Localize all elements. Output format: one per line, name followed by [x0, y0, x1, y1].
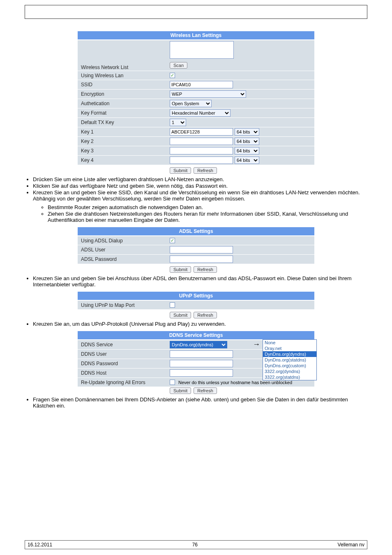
instructions-4: Fragen Sie einen Domänennamen bei Ihrem … [25, 396, 367, 409]
ddns-opt-3322s[interactable]: 3322.org(statdns) [263, 374, 316, 380]
instr3-item1: Kreuzen Sie an, um das UPnP-Protokoll (U… [33, 321, 367, 327]
key1-label: Key 1 [78, 129, 170, 135]
ddns-opt-none[interactable]: None [263, 340, 316, 345]
key3-label: Key 3 [78, 148, 170, 154]
txkey-select[interactable]: 1 [170, 119, 186, 126]
adsl-submit-button[interactable]: Submit [170, 266, 191, 273]
keyformat-select[interactable]: Hexadecimal Number [170, 109, 231, 117]
instr2-item1: Kreuzen Sie an und geben Sie bei Anschlu… [33, 275, 367, 288]
wireless-panel: Wireless Lan Settings Wireless Network L… [78, 31, 314, 165]
key2-label: Key 2 [78, 138, 170, 144]
footer: 16.12.2011 76 Velleman nv [25, 540, 367, 549]
upnp-submit-button[interactable]: Submit [170, 312, 191, 318]
ddns-host-label: DDNS Host [78, 370, 170, 376]
ddns-opt-oray[interactable]: Oray.net [263, 345, 316, 351]
wireless-network-listbox[interactable] [170, 41, 234, 59]
ddns-user-label: DDNS User [78, 351, 170, 357]
footer-page: 76 [192, 542, 198, 548]
encryption-label: Encryption [78, 91, 170, 97]
instructions-1: Drücken Sie um eine Liste aller verfügba… [25, 176, 367, 223]
key3-input[interactable] [170, 147, 233, 154]
upnp-using-checkbox[interactable] [170, 302, 175, 308]
ddns-opt-3322d[interactable]: 3322.org(dyndns) [263, 368, 316, 374]
ssid-input[interactable] [170, 81, 233, 88]
adsl-using-label: Using ADSL Dialup [78, 238, 170, 244]
key1-input[interactable] [170, 128, 233, 136]
arrow-right-icon: → [253, 340, 260, 349]
upnp-title: UPnP Settings [78, 292, 314, 300]
ddns-opt-custom[interactable]: DynDns.org(custom) [263, 363, 316, 368]
instr1-item2: Klicken Sie auf das verfügbare Netz und … [33, 183, 367, 189]
ddns-reupdate-checkbox[interactable] [170, 380, 175, 385]
adsl-user-label: ADSL User [78, 247, 170, 253]
ddns-pass-input[interactable] [170, 360, 233, 367]
upnp-refresh-button[interactable]: Refresh [194, 312, 217, 318]
instructions-2: Kreuzen Sie an und geben Sie bei Anschlu… [25, 275, 367, 288]
keyformat-label: Key Format [78, 110, 170, 116]
footer-date: 16.12.2011 [28, 542, 52, 548]
key2-input[interactable] [170, 138, 233, 145]
instr4-item1: Fragen Sie einen Domänennamen bei Ihrem … [33, 396, 367, 409]
ddns-submit-button[interactable]: Submit [170, 387, 191, 394]
ddns-opt-statdns[interactable]: DynDns.org(statdns) [263, 357, 316, 363]
wireless-network-list-label: Wireless Network List [78, 64, 170, 70]
header-frame [25, 5, 367, 19]
ddns-title: DDNS Service Settings [78, 331, 314, 340]
instr1-item3: Kreuzen Sie an und geben Sie eine SSID, … [33, 189, 367, 223]
key4-input[interactable] [170, 157, 233, 164]
using-wireless-label: Using Wireless Lan [78, 73, 170, 78]
ddns-service-select[interactable]: DynDns.org(dyndns) [170, 341, 227, 348]
adsl-using-checkbox[interactable]: ✓ [170, 238, 175, 243]
encryption-select[interactable]: WEP [170, 90, 246, 98]
auth-label: Authetication [78, 101, 170, 106]
adsl-title: ADSL Settings [78, 227, 314, 236]
instr1-sub1: Bestimmte Router zeigen automatisch die … [48, 204, 367, 210]
footer-company: Velleman nv [338, 542, 364, 548]
key1-bits[interactable]: 64 bits [235, 128, 259, 136]
using-wireless-checkbox[interactable]: ✓ [170, 73, 175, 78]
ddns-reupdate-note: Never do this unless your hostname has b… [178, 380, 292, 385]
ddns-user-input[interactable] [170, 350, 233, 358]
ddns-pass-label: DDNS Password [78, 361, 170, 366]
upnp-panel: UPnP Settings Using UPnP to Map Port [78, 292, 314, 309]
wireless-submit-button[interactable]: Submit [170, 167, 191, 174]
page: Wireless Lan Settings Wireless Network L… [0, 0, 392, 555]
ddns-options-popup[interactable]: None Oray.net DynDns.org(dyndns) DynDns.… [263, 339, 317, 380]
adsl-pass-input[interactable] [170, 256, 233, 263]
adsl-user-input[interactable] [170, 246, 233, 253]
adsl-panel: ADSL Settings Using ADSL Dialup ✓ ADSL U… [78, 227, 314, 264]
instr1-item1: Drücken Sie um eine Liste aller verfügba… [33, 176, 367, 182]
scan-button[interactable]: Scan [170, 62, 187, 69]
instructions-3: Kreuzen Sie an, um das UPnP-Protokoll (U… [8, 321, 367, 327]
ssid-label: SSID [78, 82, 170, 88]
ddns-host-input[interactable] [170, 369, 233, 377]
ddns-service-label: DDNS Service [78, 342, 170, 348]
ddns-reupdate-label: Re-Update Ignoring All Errors [78, 380, 170, 385]
key2-bits[interactable]: 64 bits [235, 138, 259, 145]
adsl-pass-label: ADSL Password [78, 256, 170, 262]
key4-bits[interactable]: 64 bits [235, 157, 259, 164]
txkey-label: Default TX Key [78, 120, 170, 125]
ddns-opt-dyndns[interactable]: DynDns.org(dyndns) [263, 351, 316, 357]
wireless-refresh-button[interactable]: Refresh [194, 167, 217, 174]
adsl-refresh-button[interactable]: Refresh [194, 266, 217, 273]
upnp-using-label: Using UPnP to Map Port [78, 302, 170, 308]
auth-select[interactable]: Open System [170, 100, 212, 107]
wireless-title: Wireless Lan Settings [78, 31, 314, 40]
key4-label: Key 4 [78, 157, 170, 163]
instr1-sub2: Ziehen Sie die drahtlosen Netzeinstellun… [48, 211, 367, 223]
ddns-refresh-button[interactable]: Refresh [194, 387, 217, 394]
key3-bits[interactable]: 64 bits [235, 147, 259, 154]
